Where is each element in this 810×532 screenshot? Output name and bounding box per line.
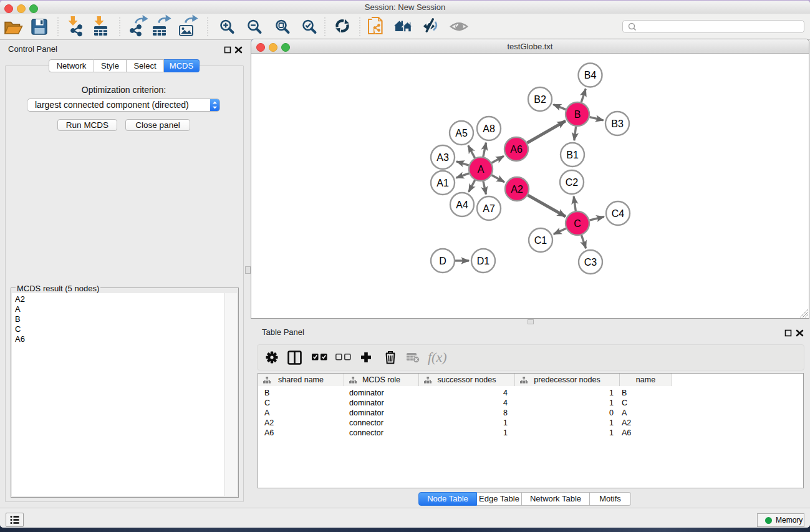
- svg-text:C2: C2: [566, 177, 579, 188]
- svg-text:D: D: [439, 256, 446, 266]
- svg-text:B4: B4: [584, 70, 597, 80]
- svg-text:B1: B1: [566, 150, 579, 160]
- svg-text:f(x): f(x): [428, 349, 447, 365]
- svg-text:B: B: [574, 109, 581, 120]
- svg-text:A5: A5: [455, 128, 468, 138]
- svg-text:C: C: [574, 218, 581, 229]
- svg-text:A3: A3: [436, 152, 449, 163]
- svg-text:D1: D1: [477, 256, 490, 266]
- svg-text:A4: A4: [456, 200, 468, 210]
- svg-text:B3: B3: [611, 118, 624, 129]
- svg-text:A6: A6: [510, 144, 523, 155]
- svg-text:C4: C4: [612, 208, 625, 219]
- svg-text:C3: C3: [584, 257, 597, 268]
- svg-text:A: A: [478, 164, 485, 175]
- svg-text:A1: A1: [436, 178, 449, 188]
- svg-text:C1: C1: [534, 235, 547, 246]
- svg-text:A7: A7: [483, 203, 495, 214]
- svg-text:B2: B2: [534, 94, 546, 105]
- svg-text:A2: A2: [511, 184, 523, 195]
- svg-text:A8: A8: [483, 123, 495, 134]
